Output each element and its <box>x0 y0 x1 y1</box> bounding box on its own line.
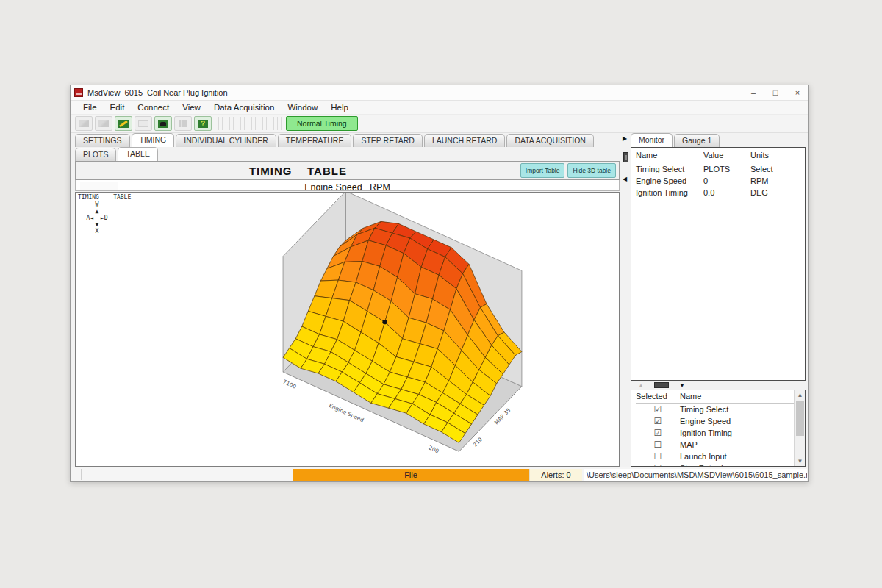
splitter-collapse-left-icon[interactable]: ◀ <box>623 176 627 182</box>
table-view-button <box>174 116 192 131</box>
monitor-tab-strip: Monitor Gauge 1 <box>631 133 806 147</box>
signals-col-name: Name <box>680 390 794 404</box>
right-pane: ▶ ◀ Monitor Gauge 1 Name Value Units <box>621 133 808 467</box>
signals-scrollbar[interactable]: ▲ ▼ <box>794 390 805 466</box>
desktop-background: MsdView 6015 Coil Near Plug Ignition – □… <box>0 0 882 588</box>
signal-name: Timing Select <box>680 404 794 415</box>
tab-data-acquisition[interactable]: DATA ACQUISITION <box>506 134 593 147</box>
splitter-grip[interactable] <box>623 152 628 162</box>
signal-checkbox[interactable]: ☐ <box>636 451 680 462</box>
help-icon: ? <box>198 120 208 128</box>
main-pane: SETTINGS TIMING INDIVIDUAL CYLINDER TEMP… <box>71 133 621 467</box>
monitor-row-value: 0.0 <box>703 186 750 198</box>
tab-step-retard[interactable]: STEP RETARD <box>353 134 423 147</box>
app-icon <box>74 88 83 97</box>
signal-checkbox[interactable]: ☑ <box>636 427 680 439</box>
signal-checkbox[interactable]: ☑ <box>636 415 680 427</box>
tab-settings[interactable]: SETTINGS <box>75 134 130 147</box>
connect-button[interactable] <box>115 116 132 131</box>
toolbar-grip[interactable] <box>218 117 282 130</box>
monitor-row-units: Select <box>750 162 805 174</box>
monitor-row-name: Engine Speed <box>636 174 703 186</box>
signal-checkbox[interactable]: ☑ <box>636 404 680 415</box>
monitor-col-name: Name <box>636 149 703 162</box>
tab-plots[interactable]: PLOTS <box>75 148 116 161</box>
horizontal-splitter-grip[interactable] <box>654 382 669 388</box>
vertical-splitter[interactable]: ▶ ◀ <box>621 133 631 467</box>
monitor-col-value: Value <box>703 149 750 162</box>
horizontal-splitter[interactable]: ▲ ▼ <box>631 381 806 390</box>
app-window: MsdView 6015 Coil Near Plug Ignition – □… <box>70 85 809 482</box>
main-tab-strip: SETTINGS TIMING INDIVIDUAL CYLINDER TEMP… <box>75 133 620 147</box>
hide-3d-table-button[interactable]: Hide 3D table <box>567 163 616 178</box>
save-file-button <box>95 116 112 131</box>
menu-file[interactable]: File <box>76 101 104 115</box>
signals-col-selected: Selected <box>636 390 680 404</box>
timing-table-header: TIMING TABLE Import Table Hide 3D table <box>75 161 620 180</box>
normal-timing-button[interactable]: Normal Timing <box>286 116 358 131</box>
signal-name: Launch Input <box>680 451 794 462</box>
monitor-row-value: PLOTS <box>703 162 750 174</box>
signal-checkbox[interactable]: ☐ <box>636 439 680 451</box>
tab-gauge-1[interactable]: Gauge 1 <box>674 134 720 147</box>
signal-name: Ignition Timing <box>680 427 794 439</box>
status-file-segment: File <box>293 469 529 481</box>
monitor-row-units: DEG <box>750 186 805 198</box>
tab-temperature[interactable]: TEMPERATURE <box>278 134 352 147</box>
signal-name: Engine Speed <box>680 415 794 427</box>
help-button[interactable]: ? <box>194 116 212 131</box>
save-file-icon <box>98 120 109 127</box>
monitor-row-value: 0 <box>703 174 750 186</box>
scrollbar-thumb[interactable] <box>796 401 804 436</box>
splitter-up-arrow-icon[interactable]: ▲ <box>638 382 644 389</box>
menu-data-acquisition[interactable]: Data Acquisition <box>207 101 281 115</box>
timing-table-title: TIMING TABLE <box>76 165 520 177</box>
monitor-row-name: Ignition Timing <box>636 186 703 198</box>
restore-button[interactable]: □ <box>764 85 786 100</box>
tab-launch-retard[interactable]: LAUNCH RETARD <box>424 134 505 147</box>
import-table-button[interactable]: Import Table <box>520 163 565 178</box>
monitor-panel: Name Value Units Timing Select PLOTS Sel… <box>631 147 806 381</box>
splitter-expand-right-icon[interactable]: ▶ <box>623 135 627 142</box>
timing-surface-plot[interactable]: 7100Engine Speed200210MAP 35 <box>76 193 619 466</box>
splitter-down-arrow-icon[interactable]: ▼ <box>679 382 685 389</box>
connect-icon <box>118 120 129 128</box>
plot-3d-area[interactable]: TIMING TABLE W ▲ A◄ ►D ▼ X 7100Engine Sp… <box>75 192 620 467</box>
signal-checkbox[interactable]: ☐ <box>636 462 680 466</box>
sub-tab-strip: PLOTS TABLE <box>75 147 620 161</box>
svg-text:200: 200 <box>428 445 440 455</box>
tab-table[interactable]: TABLE <box>118 147 157 161</box>
open-file-button <box>75 116 93 131</box>
tab-timing[interactable]: TIMING <box>132 133 175 147</box>
signal-name: MAP <box>680 439 794 451</box>
axis-row-corner-cell <box>80 182 118 190</box>
table-grid-icon <box>179 120 187 127</box>
monitor-icon <box>158 120 168 128</box>
menu-view[interactable]: View <box>176 101 207 115</box>
minimize-button[interactable]: – <box>742 85 764 100</box>
signals-panel: Selected Name ☑ Timing Select ☑ Engine S… <box>631 390 806 467</box>
signal-name: Step Retard <box>680 462 794 466</box>
menu-help[interactable]: Help <box>324 101 355 115</box>
monitor-row-units: RPM <box>750 174 805 186</box>
new-window-button <box>135 116 152 131</box>
scroll-up-icon[interactable]: ▲ <box>795 392 806 398</box>
tab-individual-cylinder[interactable]: INDIVIDUAL CYLINDER <box>176 134 276 147</box>
tab-monitor[interactable]: Monitor <box>631 133 673 147</box>
monitor-row-name: Timing Select <box>636 162 703 174</box>
monitor-col-units: Units <box>750 149 805 162</box>
open-file-icon <box>79 120 89 127</box>
menu-edit[interactable]: Edit <box>104 101 132 115</box>
title-bar[interactable]: MsdView 6015 Coil Near Plug Ignition – □… <box>71 85 808 101</box>
scroll-down-icon[interactable]: ▼ <box>795 458 806 465</box>
menu-window[interactable]: Window <box>281 101 324 115</box>
status-separator <box>81 469 82 480</box>
new-window-icon <box>138 120 148 127</box>
status-file-path: \Users\sleep\Documents\MSD\MSDView\6015\… <box>584 469 807 481</box>
monitor-view-button[interactable] <box>154 116 172 131</box>
close-button[interactable]: × <box>786 85 808 100</box>
engine-speed-axis-label: Engine Speed RPM <box>76 180 619 191</box>
menu-bar: File Edit Connect View Data Acquisition … <box>71 101 808 115</box>
toolbar: ? Normal Timing <box>71 115 808 133</box>
menu-connect[interactable]: Connect <box>131 101 176 115</box>
